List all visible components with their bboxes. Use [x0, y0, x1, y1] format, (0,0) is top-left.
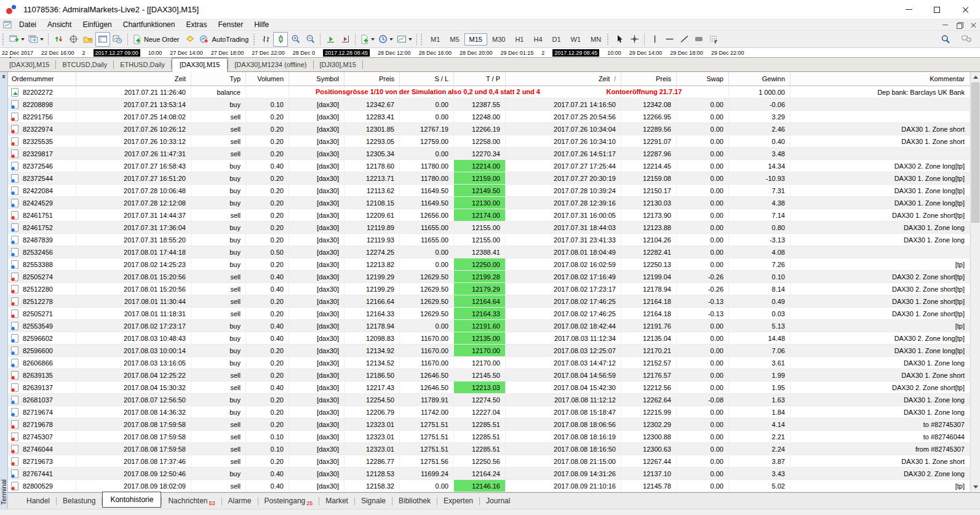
timeframe-m1-button[interactable]: M1: [426, 33, 445, 46]
bar-chart-button[interactable]: [258, 32, 273, 47]
column-header-take-profit[interactable]: T / P: [454, 72, 506, 86]
history-row[interactable]: 823298172017.07.26 11:47:31sell0.20[dax3…: [8, 148, 970, 160]
candlestick-chart-button[interactable]: [273, 32, 288, 47]
terminal-tab-belastung[interactable]: Belastung: [57, 495, 102, 507]
search-button[interactable]: [938, 32, 953, 47]
data-window-button[interactable]: [66, 32, 81, 47]
strategy-tester-button[interactable]: [110, 32, 125, 47]
auto-scroll-button[interactable]: [323, 32, 338, 47]
history-row[interactable]: 826068662017.08.03 13:16:05buy0.20[dax30…: [8, 357, 970, 369]
minimize-button[interactable]: [894, 1, 923, 18]
community-button[interactable]: [959, 32, 974, 47]
history-row[interactable]: 825122782017.08.01 11:30:44sell0.20[dax3…: [8, 295, 970, 308]
column-header-open-price[interactable]: Preis: [345, 72, 400, 86]
autotrading-button[interactable]: AutoTrading: [197, 32, 252, 47]
crosshair-button[interactable]: [627, 32, 642, 47]
history-row[interactable]: 828005292017.08.09 18:02:09sell0.40[dax3…: [8, 480, 970, 492]
chart-minimize-icon[interactable]: [942, 25, 948, 25]
menu-item-fenster[interactable]: Fenster: [213, 19, 249, 30]
chart-tab-dax30-m1234-offline[interactable]: [DAX30],M1234 (offline): [228, 58, 313, 71]
history-row[interactable]: 822088982017.07.21 13:53:14buy0.10[dax30…: [8, 98, 970, 111]
toolbar-grip[interactable]: [2, 34, 5, 45]
toolbar-grip[interactable]: [607, 34, 610, 45]
column-header-type[interactable]: Typ: [191, 72, 246, 86]
menu-item-chartfunktionen[interactable]: Chartfunktionen: [118, 19, 181, 30]
chart-restore-icon[interactable]: [957, 22, 962, 28]
terminal-tab-alarme[interactable]: Alarme: [222, 495, 258, 507]
column-header-open-time[interactable]: Zeit: [76, 72, 191, 86]
history-row[interactable]: 827460442017.08.08 17:59:58sell0.10[dax3…: [8, 443, 970, 455]
terminal-tab-market[interactable]: Market: [319, 495, 354, 507]
history-row[interactable]: 824878392017.07.31 18:55:20buy0.20[dax30…: [8, 234, 970, 246]
equidistant-channel-button[interactable]: [691, 32, 706, 47]
history-row[interactable]: 823229742017.07.26 10:26:12sell0.20[dax3…: [8, 123, 970, 135]
column-header-stop-loss[interactable]: S / L: [400, 72, 454, 86]
timeframe-w1-button[interactable]: W1: [566, 33, 586, 46]
toolbar-grip[interactable]: [421, 34, 423, 45]
chart-shift-button[interactable]: [338, 32, 353, 47]
menu-item-datei[interactable]: Datei: [14, 19, 42, 30]
new-order-button[interactable]: Neue Order: [130, 32, 183, 47]
terminal-close-button[interactable]: x: [0, 73, 7, 79]
history-row[interactable]: 827196782017.08.08 17:59:58sell0.20[dax3…: [8, 418, 970, 431]
history-row[interactable]: 827674412017.08.09 12:50:46buy0.40[dax30…: [8, 468, 970, 480]
new-chart-button[interactable]: [7, 32, 26, 47]
balance-row[interactable]: 822022722017.07.21 11:26:40balance1 000.…: [8, 86, 970, 98]
history-row[interactable]: 825535492017.08.02 17:23:17buy0.40[dax30…: [8, 320, 970, 332]
timeframe-mn-button[interactable]: MN: [586, 33, 606, 46]
column-header-profit[interactable]: Gewinn: [729, 72, 791, 86]
navigator-button[interactable]: [81, 32, 95, 47]
market-watch-button[interactable]: [51, 32, 66, 47]
history-row[interactable]: 823725462017.07.27 16:58:43buy0.40[dax30…: [8, 160, 970, 172]
cursor-button[interactable]: [612, 32, 627, 47]
timeframe-m5-button[interactable]: M5: [445, 33, 464, 46]
templates-button[interactable]: [395, 32, 414, 47]
close-button[interactable]: [951, 1, 979, 18]
profiles-button[interactable]: [26, 32, 46, 47]
chart-tab-btcusd-daily[interactable]: BTCUSD,Daily: [56, 58, 113, 71]
chart-window-icon[interactable]: [3, 20, 12, 29]
terminal-tab-nachrichten[interactable]: Nachrichten53: [162, 495, 221, 507]
terminal-tab-experten[interactable]: Experten: [437, 495, 479, 507]
history-row[interactable]: 826391352017.08.04 12:25:22sell0.20[dax3…: [8, 369, 970, 381]
menu-item-hilfe[interactable]: Hilfe: [249, 19, 274, 30]
history-row[interactable]: 825122802017.08.01 15:20:56sell0.40[dax3…: [8, 283, 970, 295]
terminal-tab-signale[interactable]: Signale: [355, 495, 392, 507]
terminal-tab-posteingang[interactable]: Posteingang25: [258, 495, 319, 507]
scrollbar-down-button[interactable]: [971, 482, 980, 492]
history-row[interactable]: 825324562017.08.01 17:44:18buy0.50[dax30…: [8, 246, 970, 258]
column-header-close-price[interactable]: Preis: [621, 72, 677, 86]
vertical-scrollbar[interactable]: [970, 72, 980, 492]
toolbar-grip[interactable]: [253, 34, 256, 45]
zoom-in-button[interactable]: [288, 32, 303, 47]
terminal-tab-journal[interactable]: Journal: [480, 495, 516, 507]
chart-tab-dji30-m15[interactable]: [DJI30],M15: [314, 58, 362, 71]
terminal-tab-kontohistorie[interactable]: Kontohistorie: [102, 492, 161, 508]
column-header-comment[interactable]: Kommentar: [791, 72, 970, 86]
menu-item-extras[interactable]: Extras: [180, 19, 212, 30]
history-row[interactable]: 824220842017.07.28 10:06:48buy0.20[dax30…: [8, 185, 970, 197]
history-row[interactable]: 825533882017.08.02 14:25:23buy0.20[dax30…: [8, 258, 970, 271]
history-row[interactable]: 822917562017.07.25 14:08:02sell0.20[dax3…: [8, 111, 970, 123]
history-row[interactable]: 824617522017.07.31 17:36:04buy0.20[dax30…: [8, 222, 970, 234]
history-row[interactable]: 827196742017.08.08 14:36:32buy0.20[dax30…: [8, 406, 970, 418]
periods-button[interactable]: [376, 32, 395, 47]
chart-tab-ethusd-daily[interactable]: ETHUSD,Daily: [114, 58, 171, 71]
column-header-order-number[interactable]: Ordernummer: [8, 72, 76, 86]
history-row[interactable]: 826391372017.08.04 15:30:32sell0.40[dax3…: [8, 381, 970, 394]
column-header-symbol[interactable]: Symbol: [289, 72, 345, 86]
column-header-swap[interactable]: Swap: [677, 72, 729, 86]
menu-item-einf-gen[interactable]: Einfügen: [77, 19, 117, 30]
scrollbar-up-button[interactable]: [971, 72, 980, 82]
history-row[interactable]: 825966002017.08.03 10:00:14buy0.20[dax30…: [8, 345, 970, 357]
history-row[interactable]: 824617512017.07.31 14:44:37sell0.20[dax3…: [8, 209, 970, 222]
timeframe-h4-button[interactable]: H4: [528, 33, 547, 46]
chart-tab-dax30-m15[interactable]: [DAX30],M15: [3, 58, 55, 71]
trendline-button[interactable]: [677, 32, 691, 47]
history-row[interactable]: 827196732017.08.08 17:37:46sell0.20[dax3…: [8, 455, 970, 468]
history-row[interactable]: 823725442017.07.27 16:51:20buy0.20[dax30…: [8, 172, 970, 185]
fibonacci-button[interactable]: [706, 32, 721, 47]
chart-close-icon[interactable]: [971, 22, 976, 28]
history-row[interactable]: 827453072017.08.08 17:59:58sell0.10[dax3…: [8, 431, 970, 443]
chart-tab-dax30-m15[interactable]: [DAX30],M15: [172, 58, 228, 72]
